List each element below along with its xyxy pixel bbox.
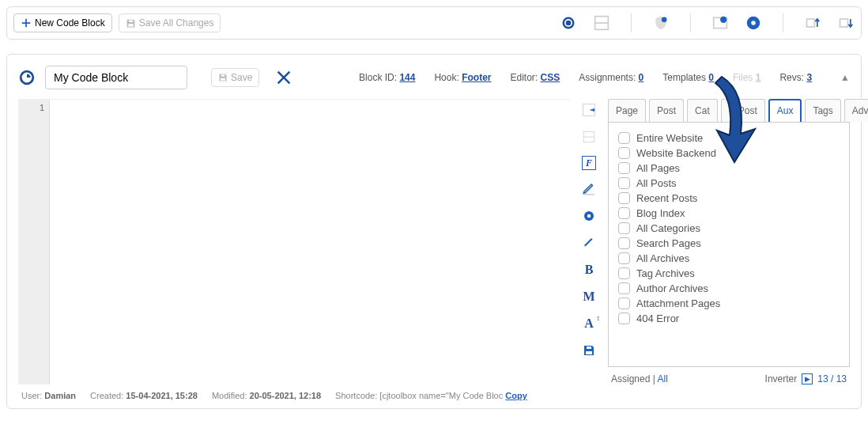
globe-icon[interactable] bbox=[560, 14, 577, 32]
checkbox[interactable] bbox=[618, 252, 630, 264]
edit-tool-icon[interactable] bbox=[581, 181, 597, 197]
checkbox[interactable] bbox=[618, 207, 630, 219]
collapse-icon[interactable]: ▲ bbox=[840, 72, 850, 83]
block-title-input[interactable] bbox=[45, 66, 187, 89]
save-all-label: Save All Changes bbox=[139, 17, 214, 28]
shield-gear-icon[interactable] bbox=[652, 14, 670, 32]
templates-label: Templates bbox=[662, 72, 706, 83]
all-link[interactable]: All bbox=[658, 373, 668, 384]
aux-item-label: Tag Archives bbox=[636, 267, 695, 279]
top-toolbar: New Code Block Save All Changes bbox=[6, 6, 862, 40]
created-value: 15-04-2021, 15:28 bbox=[126, 391, 198, 400]
tab-aux[interactable]: Aux bbox=[768, 99, 802, 122]
block-header: Save Block ID: 144 Hook: Footer Editor: … bbox=[18, 61, 850, 99]
assignment-footer: Assigned | All Inverter ▶ 13 / 13 bbox=[608, 367, 850, 384]
files-link[interactable]: 1 bbox=[756, 72, 761, 83]
aux-item-label: All Categories bbox=[636, 222, 700, 234]
aux-item-label: Entire Website bbox=[636, 132, 703, 144]
assignment-panel: Page Post Cat C.Post Aux Tags Adv Entire… bbox=[608, 99, 850, 384]
svg-point-2 bbox=[566, 21, 572, 26]
insert-icon[interactable] bbox=[581, 102, 597, 118]
templates-link[interactable]: 0 bbox=[708, 72, 714, 83]
tab-cat[interactable]: Cat bbox=[687, 99, 718, 122]
checkbox[interactable] bbox=[618, 192, 630, 204]
assignments-label: Assignments: bbox=[579, 72, 636, 83]
grid-gear-icon[interactable] bbox=[711, 14, 729, 32]
checkbox[interactable] bbox=[618, 267, 630, 279]
revs-label: Revs: bbox=[779, 72, 804, 83]
play-icon[interactable]: ▶ bbox=[802, 373, 813, 384]
modified-value: 20-05-2021, 12:18 bbox=[250, 391, 322, 400]
revs-link[interactable]: 3 bbox=[806, 72, 812, 83]
aux-item-label: Author Archives bbox=[636, 282, 708, 294]
save-icon bbox=[126, 18, 136, 28]
assignment-tabs: Page Post Cat C.Post Aux Tags Adv bbox=[608, 99, 850, 122]
editor-link[interactable]: CSS bbox=[541, 72, 560, 83]
inverter-label: Inverter bbox=[765, 373, 798, 384]
save-tool-icon[interactable] bbox=[581, 343, 597, 358]
pin-tool-icon[interactable] bbox=[581, 235, 597, 251]
checkbox[interactable] bbox=[618, 132, 630, 144]
block-meta: Block ID: 144 Hook: Footer Editor: CSS A… bbox=[359, 72, 850, 83]
checkbox[interactable] bbox=[618, 147, 630, 159]
save-button[interactable]: Save bbox=[211, 68, 259, 87]
aux-item-label: All Archives bbox=[636, 252, 689, 264]
svg-point-18 bbox=[587, 214, 591, 218]
checkbox[interactable] bbox=[618, 222, 630, 234]
gear-tool-icon[interactable] bbox=[581, 208, 597, 224]
editor-gutter: 1 bbox=[18, 100, 50, 384]
block-id-label: Block ID: bbox=[359, 72, 397, 83]
tab-tags[interactable]: Tags bbox=[805, 99, 840, 122]
aux-item-label: Recent Posts bbox=[636, 192, 697, 204]
aux-tab-content: Entire Website Website Backend All Pages… bbox=[608, 122, 850, 367]
aux-item-label: All Pages bbox=[636, 162, 680, 174]
line-number: 1 bbox=[23, 103, 44, 112]
tab-adv[interactable]: Adv bbox=[844, 99, 868, 122]
checkbox[interactable] bbox=[618, 177, 630, 189]
block-id-link[interactable]: 144 bbox=[399, 72, 415, 83]
aux-item-label: Website Backend bbox=[636, 147, 716, 159]
code-block-panel: Save Block ID: 144 Hook: Footer Editor: … bbox=[6, 54, 862, 409]
assignments-link[interactable]: 0 bbox=[639, 72, 644, 83]
hook-link[interactable]: Footer bbox=[462, 72, 491, 83]
shortcode-label: Shortcode: bbox=[335, 391, 377, 400]
checkbox[interactable] bbox=[618, 162, 630, 174]
save-all-button: Save All Changes bbox=[119, 13, 221, 32]
tab-page[interactable]: Page bbox=[608, 99, 646, 122]
svg-rect-10 bbox=[807, 19, 815, 27]
tab-cpost[interactable]: C.Post bbox=[721, 99, 765, 122]
grid-icon[interactable] bbox=[593, 14, 610, 32]
new-block-label: New Code Block bbox=[35, 17, 105, 28]
plus-icon bbox=[21, 17, 32, 28]
save-icon bbox=[218, 73, 228, 82]
aux-item-label: All Posts bbox=[636, 177, 677, 189]
checkbox[interactable] bbox=[618, 237, 630, 249]
sort-asc-icon[interactable] bbox=[804, 14, 821, 32]
assigned-link[interactable]: Assigned bbox=[611, 373, 650, 384]
tab-post[interactable]: Post bbox=[649, 99, 684, 122]
m-tool-icon[interactable]: M bbox=[581, 289, 597, 305]
aux-item-label: Search Pages bbox=[636, 237, 701, 249]
close-icon[interactable] bbox=[275, 69, 292, 86]
checkbox[interactable] bbox=[618, 312, 630, 324]
checkbox[interactable] bbox=[618, 282, 630, 294]
hook-label: Hook: bbox=[434, 72, 459, 83]
checkbox[interactable] bbox=[618, 297, 630, 309]
svg-point-7 bbox=[720, 17, 726, 23]
created-label: Created: bbox=[90, 391, 123, 400]
new-code-block-button[interactable]: New Code Block bbox=[13, 13, 112, 32]
block-footer: User: Damian Created: 15-04-2021, 15:28 … bbox=[18, 384, 850, 400]
a-tool-icon[interactable]: A↕ bbox=[581, 316, 597, 331]
aux-item-label: Attachment Pages bbox=[636, 297, 720, 309]
copy-link[interactable]: Copy bbox=[505, 391, 527, 400]
bold-tool-icon[interactable]: B bbox=[581, 262, 597, 278]
font-tool-icon[interactable]: F bbox=[582, 156, 596, 170]
code-editor[interactable]: 1 bbox=[18, 99, 570, 384]
sort-desc-icon[interactable] bbox=[837, 14, 855, 32]
gear-icon[interactable] bbox=[745, 14, 762, 32]
svg-point-5 bbox=[662, 17, 667, 23]
user-value: Damian bbox=[44, 391, 76, 400]
editor-content[interactable] bbox=[50, 100, 570, 384]
svg-rect-11 bbox=[840, 19, 848, 27]
grid-tool-icon[interactable] bbox=[581, 129, 597, 145]
